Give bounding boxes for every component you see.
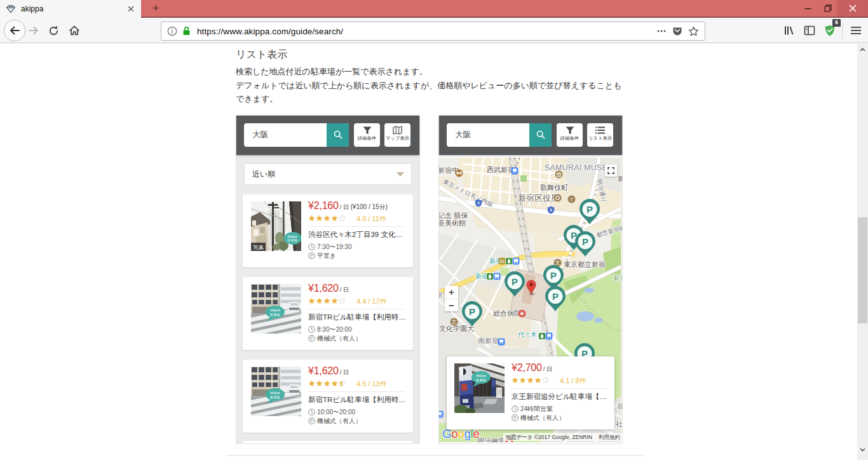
map-view-screenshot: 大阪 詳細条件 — [438, 115, 623, 444]
shield-badge: 6 — [832, 19, 841, 27]
filter-button[interactable]: 詳細条件 — [557, 123, 583, 147]
browser-scrollbar[interactable] — [857, 44, 868, 460]
star-rating-icons — [308, 380, 346, 391]
reload-button[interactable] — [48, 25, 59, 36]
parking-map-marker[interactable]: P — [545, 286, 566, 315]
search-button[interactable] — [529, 123, 552, 147]
parking-card-3[interactable]: ¥1,620/ 日 4.5 / 13件 新宿TRビル駐車場【利用時… 10:00… — [243, 360, 413, 433]
star-rating-icons — [308, 215, 346, 226]
home-icon — [69, 25, 80, 36]
parking-p-icon: P — [512, 414, 519, 421]
url-text[interactable]: https://www.akippa.com/guide/search/ — [197, 27, 343, 36]
page-actions-icon[interactable] — [656, 26, 667, 36]
filter-button[interactable]: 詳細条件 — [354, 123, 380, 147]
map-fullscreen-button[interactable] — [605, 165, 617, 177]
window-restore-button[interactable] — [818, 0, 837, 17]
search-value: 大阪 — [252, 123, 268, 147]
parking-p-icon: P — [308, 335, 315, 342]
forward-arrow-icon — [28, 25, 39, 36]
price-unit: / 日 — [543, 365, 553, 372]
forward-button[interactable] — [28, 25, 39, 36]
parking-photo-street — [251, 201, 301, 251]
map-poi-shield-icon: 4 — [547, 205, 555, 217]
scrollbar-up-arrow[interactable] — [857, 45, 868, 54]
parking-card-2[interactable]: ¥1,620/ 日 4.4 / 17件 新宿TRビル駐車場【利用時… 8:30〜… — [243, 277, 413, 350]
search-input[interactable]: 大阪 — [244, 123, 349, 147]
tab-close-icon[interactable] — [126, 4, 136, 14]
map[interactable]: + − 新宿中西武新宿SAMURAI MUSE歌舞伎町新新宿区役所東京メトロ丸ノ… — [439, 158, 622, 442]
parking-photo-crosswalk — [251, 367, 301, 416]
window-close-button[interactable] — [837, 0, 868, 17]
parking-card-1[interactable]: ¥2,160/ 日(¥100 / 15分) 4.0 / 11件 渋谷区代々木2丁… — [243, 194, 413, 267]
search-button[interactable] — [327, 123, 349, 147]
rating-text: 4.5 / 13件 — [356, 380, 387, 388]
dropdown-arrow-icon — [397, 172, 404, 177]
parking-map-marker[interactable]: P — [504, 271, 526, 301]
parking-photo-crosswalk — [251, 284, 301, 334]
parking-hours: 10:00〜20:00 — [308, 408, 355, 417]
card-divider — [308, 226, 404, 227]
price: ¥1,620 — [308, 365, 339, 376]
close-icon — [849, 4, 857, 12]
map-poi-museum-icon — [555, 170, 563, 181]
search-icon — [333, 130, 343, 140]
list-toggle-button[interactable]: リスト表示 — [587, 123, 613, 147]
map-parking-card[interactable]: ¥2,700/ 日 4.1 / 8件 京王新宿追分ビル駐車場【… 24時間営業 … — [447, 356, 614, 430]
map-zoom-control[interactable]: + − — [445, 286, 458, 311]
home-button[interactable] — [69, 25, 80, 36]
address-bar[interactable]: https://www.akippa.com/guide/search/ — [161, 22, 705, 41]
new-tab-button[interactable]: + — [146, 0, 165, 18]
secure-lock-icon — [182, 26, 191, 36]
toolbar-separator — [842, 22, 843, 39]
parking-map-marker[interactable]: P — [574, 231, 596, 260]
map-label: 社 — [616, 419, 622, 429]
parking-name: 渋谷区代々木2丁目39 文化… — [308, 230, 406, 240]
terms-link[interactable]: 利用規約 — [599, 434, 620, 440]
pocket-icon[interactable] — [672, 26, 682, 36]
parking-map-marker[interactable]: P — [579, 199, 600, 228]
map-poi-train-icon — [498, 337, 505, 348]
parking-list: 近い順 ¥2,160/ 日(¥100 / 15分) 4.0 / 11件 渋谷区代… — [236, 155, 419, 443]
map-label: 代々木 — [518, 330, 537, 339]
zoom-in-button[interactable]: + — [445, 286, 458, 299]
price: ¥2,700 — [512, 362, 542, 373]
star-rating-icons — [512, 377, 550, 388]
window-minimize-button[interactable] — [799, 0, 817, 17]
scrollbar-thumb[interactable] — [858, 217, 867, 323]
sort-dropdown[interactable]: 近い順 — [244, 163, 412, 185]
map-poi-poi-icon — [567, 194, 576, 206]
parking-hours: 24時間営業 — [512, 405, 553, 414]
map-label: 総合病院 — [493, 309, 521, 318]
back-button[interactable] — [4, 20, 25, 41]
adblock-shield-button[interactable]: 6 — [820, 21, 839, 40]
clock-icon — [308, 409, 315, 416]
rating-text: 4.0 / 11件 — [356, 215, 386, 222]
map-label: 新宿 — [613, 274, 622, 283]
map-label: 明治神宮 — [477, 436, 505, 442]
browser-titlebar: a akippa + — [0, 0, 868, 18]
page-info-icon[interactable] — [167, 26, 177, 36]
intro-paragraph: 検索した地点付近の駐車場が一覧で表示されます。 デフォルトでは近い順で上から順に… — [236, 65, 634, 106]
sidebar-button[interactable] — [800, 21, 819, 40]
svg-text:P: P — [587, 204, 593, 215]
price-unit: / 日 — [340, 369, 349, 375]
svg-text:4: 4 — [550, 207, 552, 212]
parking-type: P平置き — [308, 252, 336, 260]
price: ¥1,620 — [308, 283, 339, 294]
bookmark-star-icon[interactable] — [688, 26, 699, 37]
library-button[interactable] — [780, 21, 799, 40]
zoom-out-button[interactable]: − — [445, 299, 458, 311]
browser-tab[interactable]: a akippa — [0, 0, 141, 18]
attribution-text: 地図データ ©2017 Google, ZENRIN — [505, 434, 592, 440]
parking-map-marker[interactable]: P — [461, 301, 483, 330]
parking-type: P機械式（有人） — [308, 334, 362, 343]
map-toggle-button[interactable]: マップ表示 — [384, 123, 410, 147]
svg-text:60: 60 — [499, 259, 505, 263]
parking-p-icon: P — [308, 417, 315, 424]
map-poi-school-icon: 文 — [450, 317, 458, 328]
scrollbar-down-arrow[interactable] — [857, 445, 868, 454]
search-input[interactable]: 大阪 — [447, 123, 552, 147]
parking-hours: 8:30〜20:00 — [308, 325, 352, 334]
map-poi-hospital-icon — [518, 309, 526, 320]
menu-button[interactable] — [846, 21, 865, 40]
